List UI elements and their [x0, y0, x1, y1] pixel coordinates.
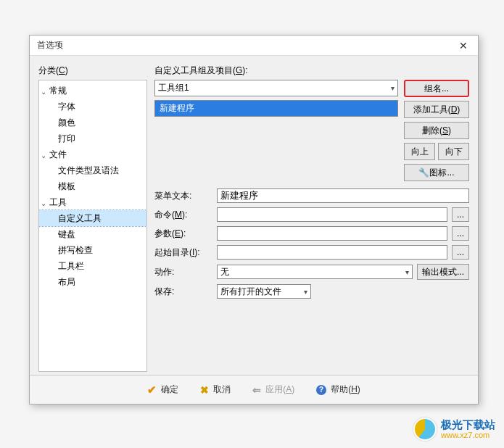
preferences-dialog: 首选项 ✕ 分类(C) ⌄ 常规 字体 颜色 打印 ⌄ 文件 文件类型及语法 [29, 35, 479, 405]
toolgroup-dropdown[interactable]: 工具组1 ▾ [154, 80, 398, 96]
startdir-input[interactable] [217, 245, 447, 260]
chevron-down-icon: ⌄ [41, 86, 46, 99]
icon-button[interactable]: 🔧 图标... [404, 164, 469, 181]
chevron-down-icon: ▾ [391, 84, 394, 92]
apply-button[interactable]: ⇐ 应用(A) [252, 383, 294, 396]
watermark-cn: 极光下载站 [441, 419, 495, 431]
help-button[interactable]: ? 帮助(H) [316, 383, 360, 396]
tree-item-keyboard[interactable]: 键盘 [39, 226, 146, 242]
tree-group-tools[interactable]: ⌄ 工具 [39, 194, 146, 210]
tree-item-filetype[interactable]: 文件类型及语法 [39, 162, 146, 178]
tree-group-file[interactable]: ⌄ 文件 [39, 146, 146, 162]
tree-item-layout[interactable]: 布局 [39, 274, 146, 290]
check-icon: ✔ [147, 383, 157, 397]
action-select[interactable]: 无 ▾ [217, 265, 413, 279]
category-label: 分类(C) [38, 65, 147, 77]
wrench-icon: 🔧 [418, 167, 429, 178]
tree-item-custom-tools[interactable]: 自定义工具 [39, 210, 146, 226]
apply-icon: ⇐ [252, 384, 261, 396]
menu-text-input[interactable] [217, 188, 469, 203]
toolgroup-dropdown-value: 工具组1 [158, 82, 189, 94]
chevron-down-icon: ⌄ [41, 149, 46, 162]
dialog-footer: ✔ 确定 ✖ 取消 ⇐ 应用(A) ? 帮助(H) [30, 375, 478, 404]
command-input[interactable] [217, 207, 447, 222]
watermark: 极光下载站 www.xz7.com [413, 418, 495, 441]
tree-item-spellcheck[interactable]: 拼写检查 [39, 242, 146, 258]
args-label: 参数(E): [154, 228, 212, 240]
tree-item-print[interactable]: 打印 [39, 130, 146, 146]
save-label: 保存: [154, 286, 212, 298]
watermark-en: www.xz7.com [441, 431, 495, 439]
output-mode-button[interactable]: 输出模式... [417, 264, 469, 280]
tree-item-font[interactable]: 字体 [39, 99, 146, 115]
chevron-down-icon: ▾ [405, 268, 409, 276]
cancel-icon: ✖ [200, 384, 209, 396]
menu-text-label: 菜单文本: [154, 190, 212, 202]
action-label: 动作: [154, 266, 212, 278]
command-browse-button[interactable]: ... [452, 207, 469, 222]
watermark-logo-icon [413, 418, 437, 441]
dialog-title: 首选项 [37, 39, 63, 51]
move-up-button[interactable]: 向上 [404, 143, 435, 160]
group-name-button[interactable]: 组名... [404, 80, 469, 97]
close-button[interactable]: ✕ [449, 36, 478, 56]
startdir-browse-button[interactable]: ... [452, 245, 469, 260]
save-select[interactable]: 所有打开的文件 ▾ [217, 284, 311, 299]
chevron-down-icon: ▾ [304, 288, 307, 296]
toolgroup-label: 自定义工具组及项目(G): [154, 65, 469, 77]
help-icon: ? [316, 385, 326, 395]
move-down-button[interactable]: 向下 [438, 143, 469, 160]
tree-item-template[interactable]: 模板 [39, 178, 146, 194]
titlebar: 首选项 ✕ [30, 36, 478, 56]
tree-group-general[interactable]: ⌄ 常规 [39, 83, 146, 99]
list-item[interactable]: 新建程序 [155, 101, 397, 116]
ok-button[interactable]: ✔ 确定 [147, 383, 178, 397]
tree-item-toolbar[interactable]: 工具栏 [39, 258, 146, 274]
args-browse-button[interactable]: ... [452, 226, 469, 241]
cancel-button[interactable]: ✖ 取消 [200, 383, 231, 396]
startdir-label: 起始目录(I): [154, 246, 212, 259]
args-input[interactable] [217, 226, 447, 241]
add-tool-button[interactable]: 添加工具(D) [404, 101, 469, 118]
delete-button[interactable]: 删除(S) [404, 122, 469, 139]
tool-listbox[interactable]: 新建程序 [154, 100, 398, 117]
command-label: 命令(M): [154, 209, 212, 221]
chevron-down-icon: ⌄ [41, 197, 46, 210]
category-tree[interactable]: ⌄ 常规 字体 颜色 打印 ⌄ 文件 文件类型及语法 模板 ⌄ 工具 自定义工具… [38, 80, 147, 372]
tree-item-color[interactable]: 颜色 [39, 115, 146, 130]
